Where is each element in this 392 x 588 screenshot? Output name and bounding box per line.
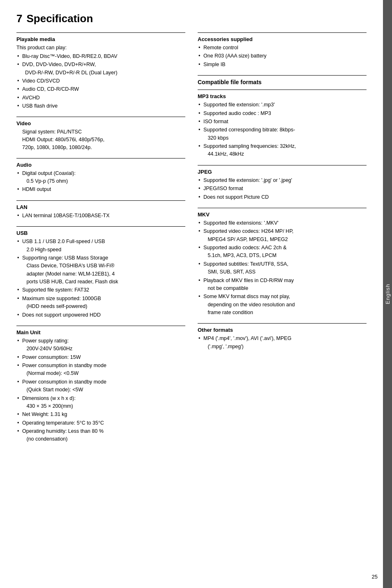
- page: 7Specification Playable media This produ…: [0, 0, 392, 588]
- right-column: Accessories supplied Remote control One …: [198, 32, 367, 450]
- list-item: One R03 (AAA size) battery: [198, 52, 367, 60]
- accessories-list: Remote control One R03 (AAA size) batter…: [198, 44, 367, 69]
- list-item: Supported audio codecs: AAC 2ch & 5.1ch,…: [198, 244, 367, 260]
- list-item: Supporting range: USB Mass Storage Class…: [16, 254, 185, 286]
- list-item: Supported corresponding bitrate: 8kbps- …: [198, 126, 367, 142]
- list-item: USB 1.1 / USB 2.0 Full-speed / USB 2.0 H…: [16, 238, 185, 254]
- section-main-unit: Main Unit Power supply rating: 200V-240V…: [16, 326, 185, 443]
- language-sidebar: English: [383, 0, 392, 588]
- list-item: Power supply rating: 200V-240V 50/60Hz: [16, 337, 185, 353]
- lan-list: LAN terminal 10BASE-T/100BASE-TX: [16, 212, 185, 220]
- list-item: ISO format: [198, 118, 367, 126]
- list-item: Supported sampling frequencies: 32kHz, 4…: [198, 142, 367, 158]
- video-lines: Signal system: PAL/NTSC HDMI Output: 480…: [16, 128, 185, 151]
- section-accessories: Accessories supplied Remote control One …: [198, 32, 367, 69]
- list-item: USB flash drive: [16, 102, 185, 110]
- jpeg-list: Supported file extension: '.jpg' or '.jp…: [198, 177, 367, 201]
- list-item: Supported video codecs: H264 MP/ HP, MPE…: [198, 227, 367, 243]
- section-title-mp3: MP3 tracks: [198, 93, 367, 99]
- list-item: Net Weight: 1.31 kg: [16, 411, 185, 418]
- section-title-jpeg: JPEG: [198, 169, 367, 175]
- section-title-main-unit: Main Unit: [16, 329, 185, 335]
- section-mp3: MP3 tracks Supported file extension: '.m…: [198, 90, 367, 158]
- playable-media-list: Blu-ray Disc™-Video, BD-R/RE2.0, BDAV DV…: [16, 53, 185, 110]
- list-item: Supported file extension: '.mp3': [198, 101, 367, 109]
- list-item: Playback of MKV files in CD-R/RW may not…: [198, 277, 367, 293]
- list-item: Does not support unpowered HDD: [16, 311, 185, 319]
- page-number: 25: [372, 574, 378, 580]
- audio-list: Digital output (Coaxial): 0.5 Vp-p (75 o…: [16, 170, 185, 194]
- list-item: Audio CD, CD-R/CD-RW: [16, 85, 185, 93]
- section-audio: Audio Digital output (Coaxial): 0.5 Vp-p…: [16, 158, 185, 194]
- compat-formats-header: Compatible file formats: [198, 75, 367, 85]
- section-jpeg: JPEG Supported file extension: '.jpg' or…: [198, 165, 367, 201]
- section-mkv: MKV Supported file extensions: '.MKV' Su…: [198, 208, 367, 317]
- list-item: Remote control: [198, 44, 367, 52]
- list-item: Operating temperature: 5°C to 35°C: [16, 419, 185, 427]
- list-item: HDMI output: [16, 186, 185, 193]
- section-lan: LAN LAN terminal 10BASE-T/100BASE-TX: [16, 200, 185, 220]
- list-item: Some MKV format discs may not play, depe…: [198, 293, 367, 317]
- page-title: 7Specification: [16, 12, 367, 25]
- list-item: LAN terminal 10BASE-T/100BASE-TX: [16, 212, 185, 220]
- list-item: Operating humidity: Less than 80 % (no c…: [16, 427, 185, 443]
- playable-media-intro: This product can play:: [16, 44, 185, 52]
- title-text: Specification: [26, 12, 93, 25]
- section-title-video: Video: [16, 120, 185, 126]
- list-item: Supported audio codec : MP3: [198, 110, 367, 117]
- list-item: Video CD/SVCD: [16, 77, 185, 85]
- list-item: Dimensions (w x h x d): 430 × 35 × 200(m…: [16, 395, 185, 411]
- section-title-usb: USB: [16, 230, 185, 236]
- section-video: Video Signal system: PAL/NTSC HDMI Outpu…: [16, 117, 185, 151]
- language-label: English: [385, 284, 391, 304]
- mkv-list: Supported file extensions: '.MKV' Suppor…: [198, 219, 367, 317]
- section-title-lan: LAN: [16, 204, 185, 210]
- left-column: Playable media This product can play: Bl…: [16, 32, 185, 450]
- two-column-layout: Playable media This product can play: Bl…: [16, 32, 367, 450]
- section-title-playable-media: Playable media: [16, 36, 185, 42]
- list-item: Does not support Picture CD: [198, 193, 367, 201]
- section-playable-media: Playable media This product can play: Bl…: [16, 32, 185, 110]
- section-title-audio: Audio: [16, 162, 185, 168]
- compat-formats-title: Compatible file formats: [198, 79, 367, 85]
- list-item: Maximum size supported: 1000GB (HDD need…: [16, 295, 185, 311]
- chapter-number: 7: [16, 12, 22, 25]
- list-item: Simple IB: [198, 61, 367, 69]
- list-item: Digital output (Coaxial): 0.5 Vp-p (75 o…: [16, 170, 185, 186]
- usb-list: USB 1.1 / USB 2.0 Full-speed / USB 2.0 H…: [16, 238, 185, 319]
- main-content: 7Specification Playable media This produ…: [0, 0, 383, 588]
- main-unit-list: Power supply rating: 200V-240V 50/60Hz P…: [16, 337, 185, 443]
- section-title-other-formats: Other formats: [198, 327, 367, 333]
- list-item: Supported file extension: '.jpg' or '.jp…: [198, 177, 367, 184]
- list-item: Power consumption: 15W: [16, 354, 185, 361]
- list-item: Supported file system: FAT32: [16, 286, 185, 294]
- section-title-accessories: Accessories supplied: [198, 36, 367, 42]
- list-item: Supported subtitles: Text/UTF8, SSA, SMI…: [198, 260, 367, 276]
- other-formats-list: MP4 ('.mp4', '.mov'), AVI ('.avi'), MPEG…: [198, 335, 367, 351]
- list-item: DVD, DVD-Video, DVD+R/+RW, DVD-R/-RW, DV…: [16, 61, 185, 77]
- list-item: Supported file extensions: '.MKV': [198, 219, 367, 227]
- section-other-formats: Other formats MP4 ('.mp4', '.mov'), AVI …: [198, 323, 367, 351]
- section-title-mkv: MKV: [198, 211, 367, 218]
- mp3-list: Supported file extension: '.mp3' Support…: [198, 101, 367, 158]
- list-item: MP4 ('.mp4', '.mov'), AVI ('.avi'), MPEG…: [198, 335, 367, 351]
- list-item: Power consumption in standby mode (Norma…: [16, 362, 185, 378]
- list-item: Power consumption in standby mode (Quick…: [16, 378, 185, 394]
- list-item: AVCHD: [16, 94, 185, 102]
- list-item: Blu-ray Disc™-Video, BD-R/RE2.0, BDAV: [16, 53, 185, 60]
- list-item: JPEG/ISO format: [198, 185, 367, 193]
- section-usb: USB USB 1.1 / USB 2.0 Full-speed / USB 2…: [16, 226, 185, 319]
